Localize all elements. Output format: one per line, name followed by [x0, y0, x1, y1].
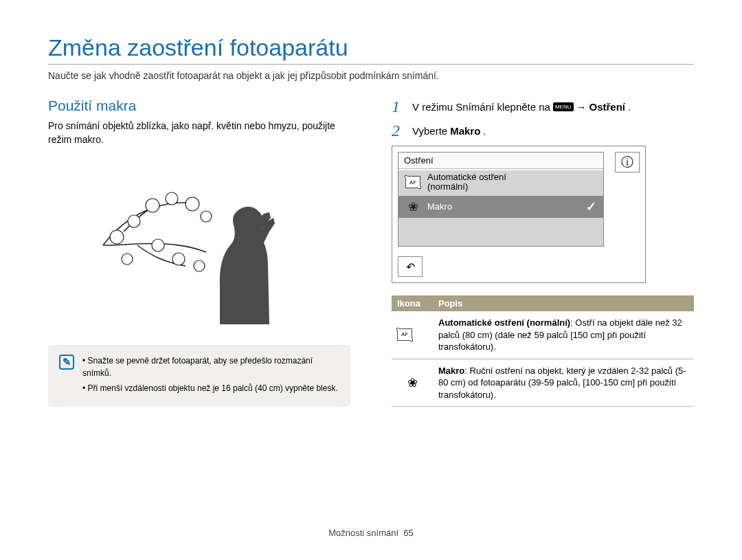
svg-point-5 [201, 211, 212, 222]
right-column: 1 V režimu Snímání klepněte na MENU → Os… [392, 98, 694, 407]
svg-point-4 [186, 197, 199, 211]
page-intro: Naučte se jak vhodně zaostřit fotoaparát… [48, 70, 694, 81]
step-text: V režimu Snímání klepněte na [412, 101, 550, 113]
step-bold: Makro [450, 125, 480, 137]
af-icon: AF [397, 328, 412, 341]
svg-point-9 [122, 254, 133, 265]
svg-point-7 [172, 253, 185, 265]
svg-point-6 [152, 239, 164, 251]
page-footer: Možnosti snímání 65 [0, 528, 742, 538]
tip-item: Při menší vzdálenosti objektu než je 16 … [82, 382, 339, 394]
back-button[interactable]: ↶ [398, 256, 423, 277]
page-title: Změna zaostření fotoaparátu [48, 34, 694, 65]
info-button[interactable]: ⓘ [615, 152, 640, 172]
note-icon: ✎ [59, 355, 74, 370]
flower-icon: ❀ [407, 376, 418, 390]
step-number: 1 [392, 98, 405, 116]
check-icon: ✓ [586, 199, 596, 214]
macro-illustration [96, 156, 302, 331]
step-number: 2 [392, 122, 405, 140]
tip-item: Snažte se pevně držet fotoaparát, aby se… [82, 355, 339, 379]
macro-body: Pro snímání objektů zblízka, jako např. … [48, 120, 350, 146]
svg-point-3 [166, 192, 178, 205]
svg-point-0 [110, 230, 124, 244]
svg-point-8 [194, 260, 205, 271]
menu-icon: MENU [553, 102, 574, 111]
th-icon: Ikona [392, 295, 433, 311]
step-bold: Ostření [589, 101, 626, 113]
table-row: AF Automatické ostření (normální): Ostří… [392, 311, 694, 359]
macro-heading: Použití makra [48, 98, 350, 114]
flower-icon: ❀ [405, 199, 420, 214]
table-row: ❀ Makro: Ruční ostření na objekt, který … [392, 359, 694, 407]
step-1: 1 V režimu Snímání klepněte na MENU → Os… [392, 98, 694, 116]
step-2: 2 Vyberte Makro. [392, 122, 694, 140]
svg-point-1 [128, 215, 140, 227]
tip-box: ✎ Snažte se pevně držet fotoaparát, aby … [48, 345, 350, 407]
af-icon: AF [405, 176, 420, 188]
arrow: → [576, 101, 587, 113]
option-af-normal[interactable]: AF Automatické ostření (normální) [398, 169, 603, 196]
svg-point-2 [146, 199, 159, 212]
step-text: Vyberte [412, 125, 447, 137]
left-column: Použití makra Pro snímání objektů zblízk… [48, 98, 350, 407]
th-desc: Popis [433, 295, 694, 311]
option-makro[interactable]: ❀ Makro ✓ [398, 196, 603, 218]
spec-table: Ikona Popis AF Automatické ostření (norm… [392, 295, 694, 407]
camera-screen: Ostření AF Automatické ostření (normální… [392, 146, 646, 283]
screen-menu-title: Ostření [398, 153, 603, 169]
